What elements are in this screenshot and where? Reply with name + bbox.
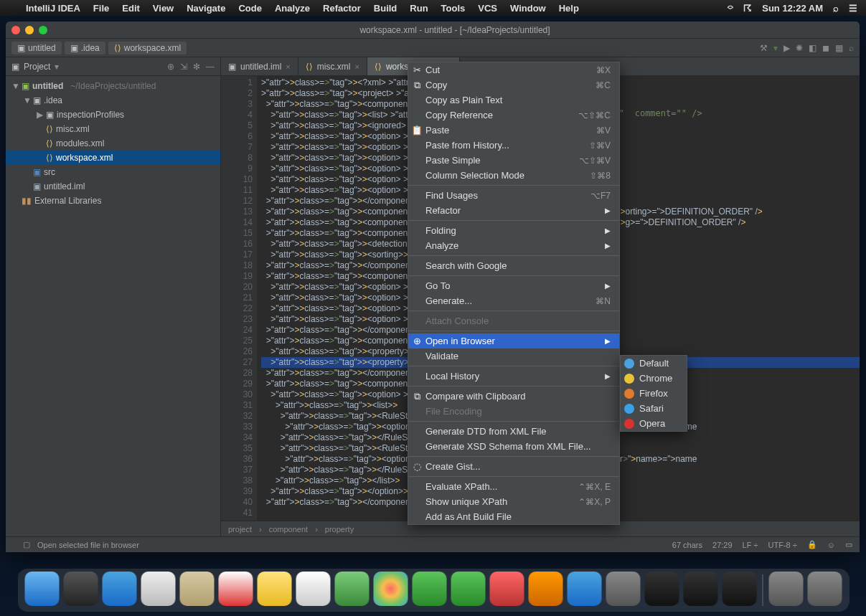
gear-icon[interactable]: ✻ <box>193 62 200 72</box>
app-name-menu[interactable]: IntelliJ IDEA <box>26 3 80 14</box>
ctx-copy[interactable]: ⧉Copy⌘C <box>408 77 619 93</box>
menu-refactor[interactable]: Refactor <box>323 3 361 14</box>
memory-icon[interactable]: ▭ <box>845 540 852 549</box>
status-line-ending[interactable]: LF ÷ <box>743 541 758 549</box>
crumb-segment[interactable]: property <box>325 525 354 534</box>
dock-ibooks[interactable] <box>528 572 563 606</box>
ctx-compare-with-clipboard[interactable]: ⧉Compare with Clipboard <box>408 389 619 404</box>
ctx-show-unique-xpath[interactable]: Show unique XPath⌃⌘X, P <box>408 494 619 509</box>
ctx-paste-from-history-[interactable]: Paste from History...⇧⌘V <box>408 138 619 153</box>
clock[interactable]: Sun 12:22 AM <box>762 3 823 14</box>
menu-view[interactable]: View <box>153 3 174 14</box>
ctx-folding[interactable]: Folding▶ <box>408 223 619 238</box>
menu-edit[interactable]: Edit <box>122 3 140 14</box>
ctx-generate-dtd-from-xml-file[interactable]: Generate DTD from XML File <box>408 424 619 439</box>
crumb-project[interactable]: ▣untitled <box>11 42 62 55</box>
minimize-window-button[interactable] <box>25 26 34 34</box>
ctx-copy-as-plain-text[interactable]: Copy as Plain Text <box>408 93 619 108</box>
menu-analyze[interactable]: Analyze <box>275 3 310 14</box>
collapse-icon[interactable]: ⇲ <box>180 62 187 72</box>
dock-launchpad[interactable] <box>63 572 98 606</box>
status-caret-pos[interactable]: 27:29 <box>712 541 733 549</box>
macos-dock[interactable] <box>17 569 849 612</box>
ctx-paste-simple[interactable]: Paste Simple⌥⇧⌘V <box>408 153 619 168</box>
menu-tools[interactable]: Tools <box>441 3 466 14</box>
build-icon[interactable]: ⚒ <box>760 43 768 53</box>
dock-mail[interactable] <box>141 572 175 606</box>
dropdown-icon[interactable]: ▾ <box>55 62 59 72</box>
menu-code[interactable]: Code <box>238 3 262 14</box>
ctx-open-in-browser[interactable]: ⊕Open in Browser▶ <box>408 333 619 349</box>
ctx-copy-reference[interactable]: Copy Reference⌥⇧⌘C <box>408 108 619 123</box>
close-window-button[interactable] <box>11 26 20 34</box>
dock-appstore[interactable] <box>567 572 601 606</box>
menu-file[interactable]: File <box>93 3 109 14</box>
menu-run[interactable]: Run <box>410 3 428 14</box>
dock-intellij[interactable] <box>722 572 756 606</box>
browser-default[interactable]: Default <box>621 356 687 371</box>
browser-opera[interactable]: Opera <box>621 416 687 431</box>
ctx-create-gist-[interactable]: ◌Create Gist... <box>408 459 619 474</box>
browser-chrome[interactable]: Chrome <box>621 371 687 386</box>
dock-pycharm[interactable] <box>683 572 717 606</box>
ctx-add-as-ant-build-file[interactable]: Add as Ant Build File <box>408 509 619 524</box>
browser-firefox[interactable]: Firefox <box>621 386 687 401</box>
tree-inspection[interactable]: ▶▣inspectionProfiles <box>6 108 220 122</box>
dock-trash[interactable] <box>807 572 842 606</box>
locate-icon[interactable]: ⊕ <box>167 62 174 72</box>
ctx-generate-[interactable]: Generate...⌘N <box>408 293 619 308</box>
dock-safari[interactable] <box>102 572 136 606</box>
ctx-evaluate-xpath-[interactable]: Evaluate XPath...⌃⌘X, E <box>408 479 619 494</box>
tree-workspace[interactable]: ⟨⟩workspace.xml <box>6 151 220 165</box>
close-tab-icon[interactable]: × <box>286 62 290 71</box>
ctx-analyze[interactable]: Analyze▶ <box>408 238 619 253</box>
close-tab-icon[interactable]: × <box>354 62 359 71</box>
menu-window[interactable]: Window <box>510 3 546 14</box>
menu-vcs[interactable]: VCS <box>478 3 497 14</box>
ctx-cut[interactable]: ✂Cut⌘X <box>408 62 619 77</box>
tree-iml[interactable]: ▣untitled.iml <box>6 179 220 194</box>
debug-icon[interactable]: ✺ <box>796 43 803 53</box>
dock-maps[interactable] <box>334 572 369 606</box>
wifi-icon[interactable]: ⌔ <box>728 3 733 14</box>
menu-help[interactable]: Help <box>559 3 579 14</box>
crumb-segment[interactable]: project <box>228 525 252 534</box>
coverage-icon[interactable]: ◧ <box>809 43 816 53</box>
tree-idea[interactable]: ▼▣.idea <box>6 93 220 108</box>
spotlight-icon[interactable]: ⌕ <box>833 3 839 14</box>
crumb-segment[interactable]: component <box>269 525 308 534</box>
editor-context-menu[interactable]: ✂Cut⌘X⧉Copy⌘CCopy as Plain TextCopy Refe… <box>408 62 620 525</box>
menu-build[interactable]: Build <box>374 3 397 14</box>
ctx-generate-xsd-schema-from-xml-file-[interactable]: Generate XSD Schema from XML File... <box>408 439 619 454</box>
tree-misc[interactable]: ⟨⟩misc.xml <box>6 122 220 136</box>
status-square-icon[interactable]: ▢ <box>23 540 30 549</box>
ctx-local-history[interactable]: Local History▶ <box>408 369 619 384</box>
ctx-find-usages[interactable]: Find Usages⌥F7 <box>408 188 619 203</box>
control-center-icon[interactable]: ☰ <box>849 3 857 14</box>
stop-icon[interactable]: ◼ <box>822 43 829 53</box>
dock-facetime[interactable] <box>451 572 485 606</box>
project-view-title[interactable]: Project <box>24 62 50 72</box>
layout-icon[interactable]: ▦ <box>835 43 843 53</box>
project-tree[interactable]: ▼▣untitled~/IdeaProjects/untitled ▼▣.ide… <box>6 76 220 536</box>
browser-safari[interactable]: Safari <box>621 401 687 416</box>
hide-icon[interactable]: — <box>206 62 215 72</box>
dock-reminders[interactable] <box>296 572 330 606</box>
lock-icon[interactable]: 🔒 <box>807 540 817 549</box>
tab-misc-xml[interactable]: ⟨⟩misc.xml× <box>298 57 367 75</box>
dock-photos[interactable] <box>373 572 408 606</box>
ctx-paste[interactable]: 📋Paste⌘V <box>408 123 619 138</box>
tree-modules[interactable]: ⟨⟩modules.xml <box>6 136 220 151</box>
dock-calendar[interactable] <box>218 572 253 606</box>
ctx-column-selection-mode[interactable]: Column Selection Mode⇧⌘8 <box>408 168 619 183</box>
dock-terminal[interactable] <box>644 572 679 606</box>
tree-src[interactable]: ▣src <box>6 165 220 179</box>
search-icon[interactable]: ⌕ <box>849 43 854 53</box>
ctx-refactor[interactable]: Refactor▶ <box>408 203 619 218</box>
tool-icon[interactable]: ☈ <box>743 3 752 14</box>
dock-preferences[interactable] <box>606 572 640 606</box>
ctx-go-to[interactable]: Go To▶ <box>408 278 619 293</box>
dock-folder[interactable] <box>768 572 803 606</box>
status-encoding[interactable]: UTF-8 ÷ <box>768 541 797 549</box>
crumb-idea[interactable]: ▣.idea <box>65 42 105 55</box>
